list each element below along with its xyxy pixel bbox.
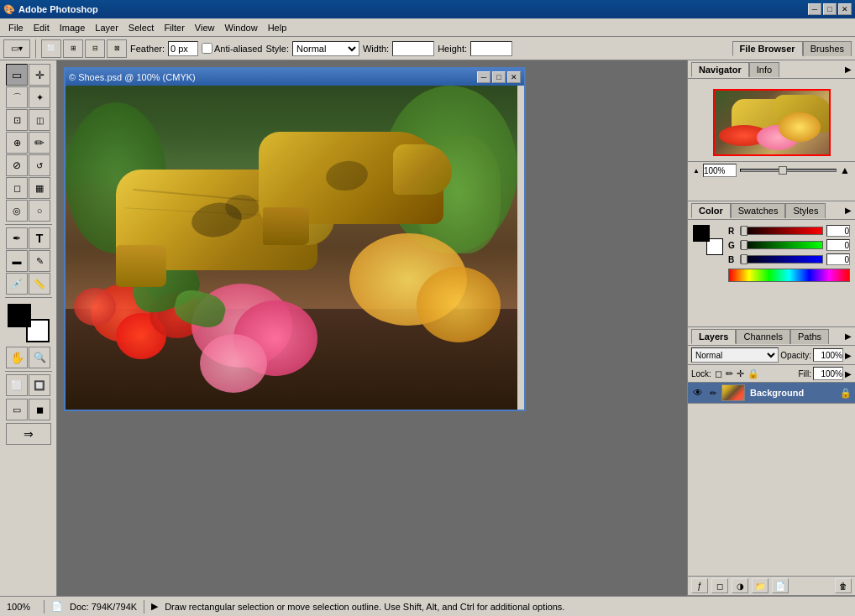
menu-filter[interactable]: Filter	[159, 21, 189, 34]
menu-view[interactable]: View	[190, 21, 220, 34]
menu-image[interactable]: Image	[55, 21, 91, 34]
width-input[interactable]	[392, 41, 434, 56]
color-fg-swatch[interactable]	[693, 225, 710, 242]
fill-arrow[interactable]: ▶	[845, 369, 852, 378]
dodge-tool-btn[interactable]: ○	[29, 200, 50, 222]
lock-image-icon[interactable]: ✏	[726, 368, 733, 379]
anti-alias-check[interactable]	[202, 43, 212, 54]
zoom-tool-btn[interactable]: 🔍	[29, 347, 50, 368]
new-layer-btn[interactable]: 📄	[772, 578, 789, 593]
menu-help[interactable]: Help	[263, 21, 292, 34]
doc-close-btn[interactable]: ✕	[507, 71, 521, 83]
layer-link-icon[interactable]: ✏	[706, 386, 720, 399]
measure-tool-btn[interactable]: 📏	[29, 273, 50, 295]
move-tool-btn[interactable]: ✛	[29, 64, 50, 86]
tab-swatches[interactable]: Swatches	[731, 203, 786, 218]
crop-tool-btn[interactable]: ⊡	[6, 109, 28, 131]
g-thumb[interactable]	[741, 240, 747, 250]
slice-tool-btn[interactable]: ◫	[29, 109, 50, 131]
tab-layers[interactable]: Layers	[691, 329, 736, 344]
std-screen-btn[interactable]: ▭	[6, 399, 28, 420]
shape-tool-btn[interactable]: ▬	[6, 250, 28, 272]
tab-paths[interactable]: Paths	[790, 329, 829, 344]
blur-tool-btn[interactable]: ◎	[6, 200, 28, 222]
lock-position-icon[interactable]: ✛	[737, 368, 744, 379]
tab-navigator[interactable]: Navigator	[691, 62, 749, 77]
tab-brushes[interactable]: Brushes	[803, 41, 852, 56]
sub-sel-btn[interactable]: ⊟	[85, 39, 105, 58]
history-brush-btn[interactable]: ↺	[29, 154, 50, 176]
layers-panel-arrow[interactable]: ▶	[845, 331, 852, 341]
new-fill-layer-btn[interactable]: ◑	[732, 578, 748, 593]
right-panels: Navigator Info ▶ ▲	[687, 60, 855, 596]
marquee-options-btn[interactable]: ▭▾	[3, 39, 30, 58]
tab-file-browser[interactable]: File Browser	[732, 41, 803, 56]
layer-mask-btn[interactable]: ◻	[711, 578, 728, 593]
menu-file[interactable]: File	[3, 21, 29, 34]
maximize-btn[interactable]: □	[823, 3, 837, 15]
menu-select[interactable]: Select	[123, 21, 160, 34]
fill-input[interactable]	[813, 367, 843, 380]
tab-channels[interactable]: Channels	[736, 329, 789, 344]
full-screen-btn[interactable]: ◼	[29, 399, 50, 420]
navigator-panel-arrow[interactable]: ▶	[845, 65, 852, 74]
b-value[interactable]	[826, 253, 850, 265]
nav-zoom-input[interactable]	[703, 164, 737, 177]
opacity-arrow[interactable]: ▶	[845, 351, 852, 360]
feather-input[interactable]	[168, 41, 198, 56]
menu-layer[interactable]: Layer	[90, 21, 123, 34]
pen-tool-btn[interactable]: ✒	[6, 227, 28, 249]
new-layer-group-btn[interactable]: 📁	[752, 578, 768, 593]
layers-blend-opacity: Normal Opacity: ▶	[688, 346, 855, 365]
g-value[interactable]	[826, 239, 850, 251]
g-slider[interactable]	[740, 241, 823, 249]
notes-tool-btn[interactable]: ✎	[29, 250, 50, 272]
height-input[interactable]	[470, 41, 512, 56]
layer-style-btn[interactable]: ƒ	[691, 578, 708, 593]
menu-edit[interactable]: Edit	[29, 21, 55, 34]
healing-brush-btn[interactable]: ⊕	[6, 132, 28, 154]
intersect-sel-btn[interactable]: ⊠	[107, 39, 127, 58]
clone-tool-btn[interactable]: ⊘	[6, 154, 28, 176]
b-thumb[interactable]	[741, 254, 747, 264]
jump-imageready-btn[interactable]: ⇒	[6, 423, 51, 445]
nav-zoom-slider[interactable]	[740, 169, 837, 172]
magic-wand-btn[interactable]: ✦	[29, 86, 50, 108]
lock-transparent-icon[interactable]: ◻	[715, 368, 722, 379]
doc-maximize-btn[interactable]: □	[492, 71, 506, 83]
eraser-tool-btn[interactable]: ◻	[6, 177, 28, 199]
r-value[interactable]	[826, 225, 850, 237]
r-slider[interactable]	[740, 227, 823, 235]
fg-color-swatch[interactable]	[8, 304, 31, 327]
minimize-btn[interactable]: ─	[808, 3, 821, 15]
close-btn[interactable]: ✕	[838, 3, 852, 15]
lasso-tool-btn[interactable]: ⌒	[6, 86, 28, 108]
blend-mode-select[interactable]: Normal	[691, 347, 779, 363]
background-layer-item[interactable]: 👁 ✏ Background 🔒	[688, 383, 855, 404]
add-sel-btn[interactable]: ⊞	[63, 39, 83, 58]
text-tool-btn[interactable]: T	[29, 227, 50, 249]
menu-window[interactable]: Window	[220, 21, 263, 34]
layer-visibility-icon[interactable]: 👁	[691, 386, 705, 399]
gradient-tool-btn[interactable]: ▦	[29, 177, 50, 199]
delete-layer-btn[interactable]: 🗑	[835, 578, 852, 593]
nav-zoom-thumb[interactable]	[779, 166, 787, 175]
new-sel-btn[interactable]: ⬜	[41, 39, 61, 58]
opacity-input[interactable]	[813, 348, 843, 362]
brush-tool-btn[interactable]: ✏	[29, 132, 50, 154]
color-spectrum[interactable]	[728, 269, 850, 282]
tab-info[interactable]: Info	[749, 62, 779, 77]
style-select[interactable]: Normal Fixed Aspect Ratio Fixed Size	[292, 41, 359, 56]
tab-styles[interactable]: Styles	[785, 203, 826, 218]
r-thumb[interactable]	[741, 226, 747, 236]
b-slider[interactable]	[740, 255, 823, 264]
tab-color[interactable]: Color	[691, 203, 731, 218]
color-panel-arrow[interactable]: ▶	[845, 206, 852, 215]
marquee-tool-btn[interactable]: ▭	[6, 64, 28, 86]
quick-mask-on-btn[interactable]: 🔲	[29, 374, 50, 396]
lock-all-icon[interactable]: 🔒	[747, 368, 759, 379]
quick-mask-off-btn[interactable]: ⬜	[6, 374, 28, 396]
eyedropper-btn[interactable]: 💉	[6, 273, 28, 295]
hand-tool-btn[interactable]: ✋	[6, 347, 28, 368]
doc-minimize-btn[interactable]: ─	[477, 71, 490, 83]
